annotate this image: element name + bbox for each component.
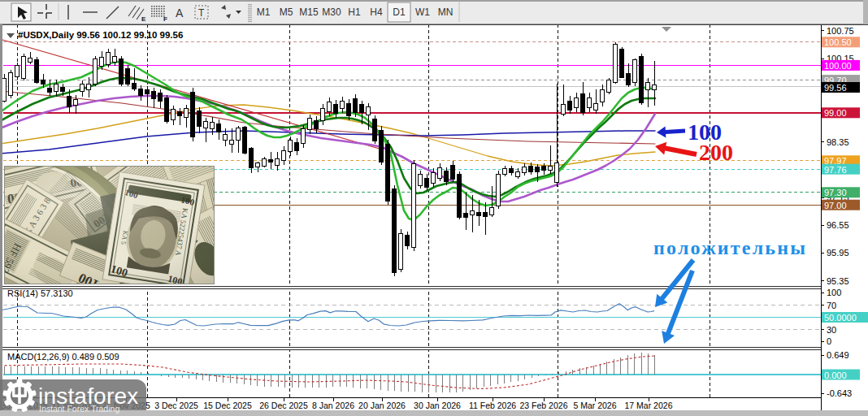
svg-text:#USDX,Daily 99.56 100.12 99.1: #USDX,Daily 99.56 100.12 99.10 99.56 bbox=[18, 30, 183, 40]
svg-text:Instant Forex Trading: Instant Forex Trading bbox=[39, 404, 119, 414]
svg-text:8 Jan 2026: 8 Jan 2026 bbox=[312, 401, 354, 410]
svg-text:96.55: 96.55 bbox=[827, 220, 849, 230]
svg-text:100.00: 100.00 bbox=[824, 61, 852, 71]
svg-text:99.56: 99.56 bbox=[824, 83, 847, 93]
svg-text:97.00: 97.00 bbox=[824, 201, 847, 210]
svg-text:F: F bbox=[163, 15, 167, 23]
svg-text:50.0000: 50.0000 bbox=[824, 313, 857, 323]
svg-text:200: 200 bbox=[699, 140, 733, 165]
svg-text:20 Jan 2026: 20 Jan 2026 bbox=[358, 401, 406, 410]
svg-text:MACD(12,26,9) 0.489 0.509: MACD(12,26,9) 0.489 0.509 bbox=[7, 352, 119, 362]
svg-text:MN: MN bbox=[438, 6, 454, 18]
svg-text:95.95: 95.95 bbox=[827, 248, 849, 258]
svg-text:положительны: положительны bbox=[653, 237, 807, 258]
svg-text:M5: M5 bbox=[280, 6, 293, 18]
svg-text:99.00: 99.00 bbox=[824, 108, 847, 118]
svg-text:11 Feb 2026: 11 Feb 2026 bbox=[469, 401, 516, 410]
svg-text:H1: H1 bbox=[348, 6, 361, 18]
svg-text:M30: M30 bbox=[322, 6, 341, 18]
svg-text:-0.643: -0.643 bbox=[827, 388, 852, 398]
svg-text:M15: M15 bbox=[299, 6, 319, 18]
svg-text:M1: M1 bbox=[257, 6, 271, 18]
svg-text:E: E bbox=[141, 15, 146, 23]
svg-text:100: 100 bbox=[827, 288, 841, 297]
svg-text:3 Dec 2025: 3 Dec 2025 bbox=[154, 401, 198, 410]
svg-text:95.35: 95.35 bbox=[827, 276, 849, 286]
svg-text:0.649: 0.649 bbox=[827, 350, 849, 360]
svg-text:26 Dec 2025: 26 Dec 2025 bbox=[259, 401, 308, 410]
svg-text:70: 70 bbox=[827, 301, 836, 310]
svg-text:100.75: 100.75 bbox=[827, 26, 854, 36]
svg-text:15 Dec 2025: 15 Dec 2025 bbox=[203, 401, 252, 410]
svg-text:H4: H4 bbox=[370, 6, 383, 18]
svg-text:0: 0 bbox=[827, 336, 831, 346]
svg-text:17 Mar 2026: 17 Mar 2026 bbox=[625, 401, 673, 410]
svg-text:T: T bbox=[198, 7, 205, 19]
svg-text:5 Mar 2026: 5 Mar 2026 bbox=[573, 401, 616, 410]
svg-text:30 Jan 2026: 30 Jan 2026 bbox=[414, 401, 461, 410]
svg-text:97.76: 97.76 bbox=[824, 165, 847, 175]
svg-text:98.35: 98.35 bbox=[827, 137, 849, 147]
svg-text:0.000: 0.000 bbox=[824, 370, 847, 380]
svg-text:RSI(14) 57.3130: RSI(14) 57.3130 bbox=[7, 288, 73, 298]
svg-text:97.30: 97.30 bbox=[824, 188, 847, 197]
svg-text:23 Feb 2026: 23 Feb 2026 bbox=[520, 401, 568, 410]
svg-text:D1: D1 bbox=[393, 6, 406, 18]
svg-text:W1: W1 bbox=[415, 6, 430, 18]
svg-text:100.50: 100.50 bbox=[824, 37, 852, 47]
svg-text:30: 30 bbox=[827, 325, 836, 335]
svg-text:A: A bbox=[176, 6, 184, 20]
